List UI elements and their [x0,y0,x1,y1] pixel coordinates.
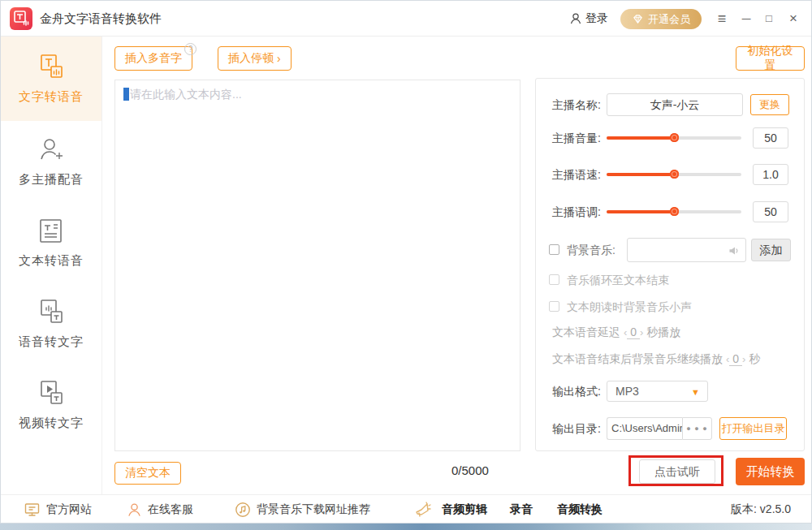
bgm-quiet-checkbox[interactable] [549,301,559,312]
delay-suffix: 秒播放 [646,325,680,338]
help-icon[interactable]: ? [184,43,197,55]
title-bar[interactable]: 金舟文字语音转换软件 登录 开通会员 ≡ ─ □ × [1,1,811,37]
sidebar-item-speech-to-text[interactable]: 语音转文字 [1,283,102,364]
editor-placeholder: 请在此输入文本内容... [130,88,242,101]
speed-slider[interactable] [607,170,741,179]
format-value: MP3 [615,385,639,398]
app-window: 金舟文字语音转换软件 登录 开通会员 ≡ ─ □ × [0,0,812,524]
customer-service-icon [127,502,142,518]
sidebar-item-label: 多主播配音 [19,172,84,187]
format-select[interactable]: MP3 ▼ [607,381,708,402]
volume-value[interactable]: 50 [753,127,788,149]
footer-tool-record[interactable]: 录音 [510,495,533,524]
browse-ellipsis-button[interactable]: ● ● ● [682,417,712,440]
text-cursor [123,88,129,101]
multi-anchor-icon [37,136,66,165]
insert-polyphonic-label: 插入多音字 [125,51,182,66]
text-to-speech-icon [37,53,66,82]
sidebar-item-label: 语音转文字 [19,334,84,350]
footer-tool-audio-convert[interactable]: 音频转换 [557,495,603,524]
sidebar-item-label: 视频转文字 [19,416,84,431]
menu-icon[interactable]: ≡ [710,1,733,37]
close-icon[interactable]: × [782,1,805,37]
volume-slider[interactable] [607,133,741,142]
footer-link-bgm-download[interactable]: 背景音乐下载网址推荐 [235,495,370,524]
bgm-file-field[interactable] [627,238,746,262]
footer-link-label: 在线客服 [148,502,193,517]
footer-tool-audio-edit[interactable]: 音频剪辑 [442,495,487,524]
bgm-checkbox[interactable] [549,244,559,255]
clear-text-button[interactable]: 清空文本 [114,462,181,485]
bgm-quiet-label: 文本朗读时背景音乐小声 [567,300,692,313]
footer-link-online-service[interactable]: 在线客服 [127,495,193,524]
footer-link-official-website[interactable]: 官方网站 [24,495,92,524]
chevron-right-icon: › [277,52,281,65]
annotation-highlight [628,455,723,486]
website-icon [24,502,41,518]
sidebar-item-video-to-text[interactable]: 视频转文字 [1,364,102,446]
init-settings-button[interactable]: 初始化设置 [736,46,805,71]
sidebar: 文字转语音 多主播配音 文本转语音 [1,37,102,494]
continue-prefix: 文本语音结束后背景音乐继续播放 [552,352,723,365]
video-to-text-icon [37,379,66,408]
delay-value[interactable]: 0 [627,325,640,339]
speed-label: 主播语速: [552,164,601,185]
char-count: 0/5000 [451,463,525,477]
bgm-add-button[interactable]: 添加 [751,239,791,261]
dir-field[interactable]: C:\Users\Admin [607,417,682,440]
delay-prefix: 文本语音延迟 [552,325,620,338]
open-dir-button[interactable]: 打开输出目录 [719,417,787,440]
text-input-area[interactable]: 请在此输入文本内容... [114,80,520,451]
bgm-label: 背景音乐: [567,238,615,262]
sidebar-item-multi-anchor-dubbing[interactable]: 多主播配音 [1,121,102,202]
vip-button[interactable]: 开通会员 [620,9,702,29]
footer-link-label: 官方网站 [46,502,92,517]
slider-knob[interactable] [670,170,679,179]
stepper-right-icon[interactable]: › [640,326,643,338]
slider-fill [607,136,674,140]
pitch-slider[interactable] [607,207,741,216]
settings-panel: 主播名称: 女声-小云 更换 主播音量: 50 主播语速: 1.0 主播语调: [535,78,805,451]
stepper-right-icon[interactable]: › [742,353,745,365]
sidebar-item-document-to-speech[interactable]: 文本转语音 [1,202,102,283]
insert-pause-button[interactable]: 插入停顿 › [218,46,292,71]
slider-knob[interactable] [670,133,679,142]
pitch-value[interactable]: 50 [753,201,788,222]
slider-fill [607,210,674,213]
format-label: 输出格式: [552,381,601,402]
init-settings-label: 初始化设置 [746,44,794,73]
speed-value[interactable]: 1.0 [753,164,788,185]
login-label: 登录 [585,11,608,26]
app-logo-icon [10,7,32,30]
maximize-icon[interactable]: □ [758,1,780,37]
desktop: 金舟文字语音转换软件 登录 开通会员 ≡ ─ □ × [0,0,812,530]
pitch-label: 主播语调: [552,201,601,222]
anchor-name-label: 主播名称: [552,93,601,116]
bgm-loop-checkbox[interactable] [549,274,559,285]
change-anchor-button[interactable]: 更换 [750,94,789,115]
version-text: 版本: v2.5.0 [731,495,791,524]
vip-diamond-icon [632,13,644,25]
convert-button[interactable]: 开始转换 [736,458,805,485]
slider-fill [607,173,674,176]
speech-to-text-icon [37,298,66,327]
main-content: 插入多音字 ? 插入停顿 › 初始化设置 请在此输入文本内容... 主播名称: … [102,37,811,494]
insert-polyphonic-button[interactable]: 插入多音字 [114,46,192,71]
megaphone-icon [413,495,431,524]
app-title: 金舟文字语音转换软件 [40,1,162,37]
anchor-name-field[interactable]: 女声-小云 [607,93,743,116]
dropdown-caret-icon: ▼ [691,381,700,403]
slider-knob[interactable] [670,207,679,216]
speaker-icon[interactable] [728,244,741,260]
minimize-icon[interactable]: ─ [735,1,758,37]
delay-setting: 文本语音延迟 ‹0› 秒播放 [552,325,680,340]
footer: 官方网站 在线客服 背景音乐下载网址推荐 [1,494,811,523]
sidebar-item-text-to-speech[interactable]: 文字转语音 [1,37,102,121]
continue-value[interactable]: 0 [729,352,742,366]
sidebar-item-label: 文字转语音 [19,89,84,105]
login-button[interactable]: 登录 [569,1,608,37]
footer-link-label: 背景音乐下载网址推荐 [257,502,370,517]
insert-pause-label: 插入停顿 [228,51,274,66]
sidebar-item-label: 文本转语音 [19,253,84,269]
bgm-loop-label: 音乐循环至文本结束 [567,274,669,287]
